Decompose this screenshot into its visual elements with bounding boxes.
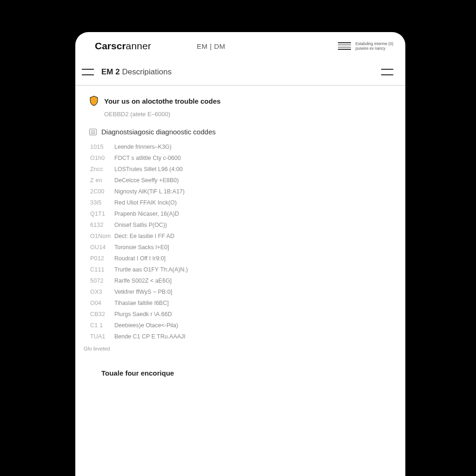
code-id: TUA1 (90, 333, 108, 340)
next-section-title: Touale four encorique (89, 365, 391, 379)
brand-bold: Carscr (95, 40, 126, 51)
code-description: Rarlfe S002Z < aE6G] (114, 278, 172, 284)
options-icon[interactable] (381, 69, 393, 75)
notice-banner: Your us on aloctothe trouble codes (89, 96, 391, 106)
code-id: Z en (90, 177, 108, 184)
code-row[interactable]: P012Roudrat I Off I Ir9:0] (90, 253, 391, 264)
code-row[interactable]: TUA1Bende C1 CP E TRu.AAAJI (90, 331, 391, 342)
brand-rest: anner (126, 40, 152, 51)
code-description: Nignosty AlK(TiF L 1B:A17) (114, 188, 185, 195)
content-scroll[interactable]: Your us on aloctothe trouble codes OEBBD… (75, 86, 405, 476)
page-title-code: EM 2 (101, 67, 120, 76)
code-row[interactable]: CB32Plurgs Saedk r \A.66D (90, 309, 391, 320)
code-id: 6132 (90, 222, 108, 228)
code-row[interactable]: Q1T1Prapenb Nicaser, 16(A)D (90, 208, 391, 219)
code-id: O1h0 (90, 155, 108, 161)
code-description: Onisef Satlis P(OC)) (114, 222, 167, 228)
code-row[interactable]: C111Trurtle aas O1FY Th:A(A)N.) (90, 264, 391, 275)
code-row[interactable]: OX3Vetkfrer ffWyS ~ PB:0] (90, 286, 391, 298)
sub-header: EM 2 Descripiations (75, 56, 405, 86)
codes-section-header: Diagnostsiagosic diagnoostic coddes (89, 128, 391, 136)
code-description: Roudrat I Off I Ir9:0] (114, 255, 165, 262)
code-row[interactable]: 33i5Red Uliot FFAIK Inck(O) (90, 197, 391, 208)
code-id: OX3 (90, 289, 108, 295)
status-line2: puseire ex nancy (356, 46, 393, 51)
code-id: CB32 (90, 311, 108, 317)
code-description: Toronsie Sacks I+E0] (114, 244, 169, 251)
code-row[interactable]: C1 1Deebiees)e Otace<-Pila) (90, 320, 391, 331)
code-id: OU14 (90, 244, 108, 251)
top-header: Carscranner EM | DM Estabding interme (0… (75, 32, 405, 56)
app-screen: Carscranner EM | DM Estabding interme (0… (75, 32, 405, 476)
code-description: Tihaslae faltilie I6BC] (114, 300, 169, 306)
code-id: O1Nom (90, 233, 108, 239)
code-id: P012 (90, 255, 108, 262)
code-row[interactable]: O1h0FDCT s atlittle Cty c-0600 (90, 152, 391, 164)
code-row[interactable]: Z enDeCelcce Seeffy +E8B0) (90, 175, 391, 186)
code-id: 2C00 (90, 188, 108, 195)
app-brand: Carscranner (95, 40, 151, 52)
code-id: O04 (90, 300, 108, 306)
code-description: Deebiees)e Otace<-Pila) (114, 322, 178, 329)
code-description: FDCT s atlittle Cty c-0600 (114, 155, 181, 161)
code-id: C111 (90, 266, 108, 273)
code-description: Red Uliot FFAIK Inck(O) (114, 199, 177, 206)
code-row[interactable]: 5072Rarlfe S002Z < aE6G] (90, 275, 391, 286)
code-id: Zncc (90, 166, 108, 172)
code-description: DeCelcce Seeffy +E8B0) (114, 177, 178, 184)
status-line1: Estabding interme (0) (356, 41, 393, 46)
code-description: Bende C1 CP E TRu.AAAJI (114, 333, 185, 340)
header-mode-label: EM | DM (197, 42, 225, 50)
table-icon (89, 129, 97, 135)
code-row[interactable]: O04Tihaslae faltilie I6BC] (90, 298, 391, 309)
code-id: 5072 (90, 278, 108, 284)
code-description: Prapenb Nicaser, 16(A)D (114, 211, 179, 217)
header-status-text: Estabding interme (0) puseire ex nancy (356, 41, 393, 51)
code-description: Vetkfrer ffWyS ~ PB:0] (114, 289, 172, 295)
code-id: Q1T1 (90, 211, 108, 217)
code-row[interactable]: OU14Toronsie Sacks I+E0] (90, 242, 391, 253)
code-row[interactable]: ZnccLOSTrutes Sillet L96 (4:00 (90, 164, 391, 175)
code-row[interactable]: O1NomDect: Ee lasitie I FF AD (90, 231, 391, 242)
page-title-rest: Descripiations (120, 67, 172, 76)
list-footer-note: Gfo lirveted (84, 346, 391, 351)
code-description: Dect: Ee lasitie I FF AD (114, 233, 174, 239)
code-row[interactable]: 2C00Nignosty AlK(TiF L 1B:A17) (90, 186, 391, 197)
code-id: C1 1 (90, 322, 108, 329)
device-frame: Carscranner EM | DM Estabding interme (0… (69, 26, 412, 476)
codes-section-title: Diagnostsiagosic diagnoostic coddes (101, 128, 216, 136)
code-row[interactable]: 6132Onisef Satlis P(OC)) (90, 219, 391, 231)
menu-icon[interactable] (82, 69, 94, 75)
code-description: Trurtle aas O1FY Th:A(A)N.) (114, 266, 188, 273)
code-id: 33i5 (90, 199, 108, 206)
notice-subtitle: OEBBD2 (atete E–6000) (104, 111, 391, 118)
list-icon (338, 42, 351, 50)
page-title: EM 2 Descripiations (101, 67, 172, 77)
code-description: LOSTrutes Sillet L96 (4:00 (114, 166, 183, 172)
header-status-block: Estabding interme (0) puseire ex nancy (338, 41, 393, 51)
codes-list: 1015Leende frinners–K3G)O1h0FDCT s atlit… (90, 141, 391, 342)
code-description: Leende frinners–K3G) (114, 144, 172, 150)
code-id: 1015 (90, 144, 108, 150)
code-row[interactable]: 1015Leende frinners–K3G) (90, 141, 391, 152)
shield-icon (89, 96, 99, 106)
notice-title: Your us on aloctothe trouble codes (104, 97, 221, 105)
code-description: Plurgs Saedk r \A.66D (114, 311, 172, 317)
